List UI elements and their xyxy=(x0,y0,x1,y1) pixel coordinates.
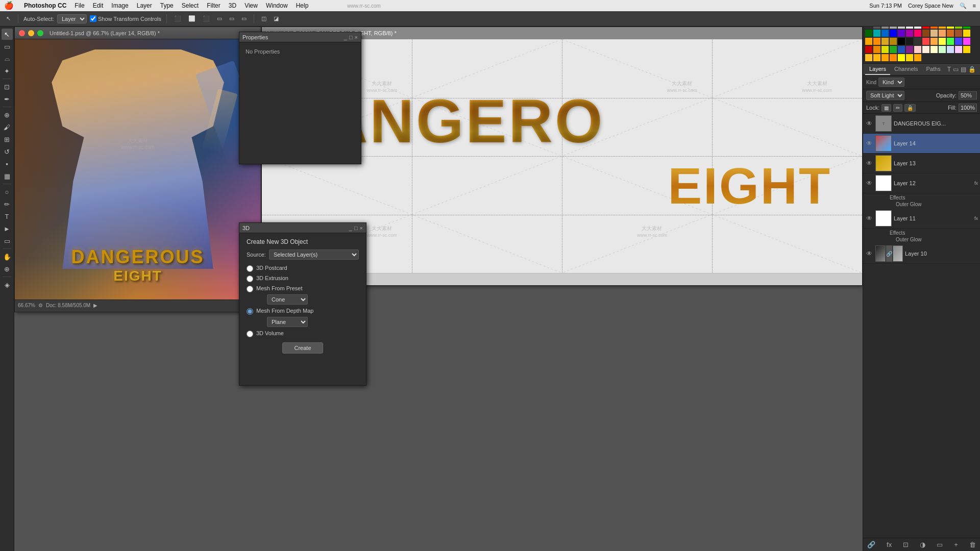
swatch-color[interactable] xyxy=(930,38,938,45)
swatch-color[interactable] xyxy=(963,46,970,53)
swatch-color[interactable] xyxy=(947,30,954,37)
layer-eye-text[interactable]: 👁 xyxy=(865,119,873,128)
menu-window[interactable]: Window xyxy=(266,2,288,9)
lock-position-btn[interactable]: ✏ xyxy=(893,104,902,112)
swatch-color[interactable] xyxy=(955,30,962,37)
lasso-tool[interactable]: ⌓ xyxy=(2,53,13,64)
props-expand-btn[interactable]: □ xyxy=(349,34,353,40)
search-icon[interactable]: 🔍 xyxy=(960,3,967,9)
mesh-preset-dropdown[interactable]: Cone xyxy=(267,294,308,305)
history-brush-tool[interactable]: ↺ xyxy=(2,146,13,157)
swatch-color[interactable] xyxy=(906,38,913,45)
outer-glow-11[interactable]: Outer Glow xyxy=(890,236,978,243)
props-minimize-btn[interactable]: _ xyxy=(344,34,347,40)
notifications-icon[interactable]: ≡ xyxy=(973,3,976,9)
swatch-color[interactable] xyxy=(898,46,905,53)
eyedropper-tool[interactable]: ✒ xyxy=(2,93,13,105)
text-tool[interactable]: T xyxy=(2,211,13,222)
kind-dropdown[interactable]: Kind xyxy=(878,78,904,87)
distribute2-btn[interactable]: ◪ xyxy=(272,14,281,23)
layer-item-11[interactable]: 👁 Layer 11 fx xyxy=(863,209,980,229)
radio-extrusion[interactable]: 3D Extrusion xyxy=(247,275,359,282)
brush-tool[interactable]: 🖌 xyxy=(2,121,13,133)
align-top-btn[interactable]: ▭ xyxy=(215,14,224,23)
radio-mesh-depth[interactable]: Mesh From Depth Map xyxy=(247,308,359,315)
swatch-color[interactable] xyxy=(873,54,880,61)
blend-mode-dropdown[interactable]: Soft Light xyxy=(866,91,904,100)
selection-tool[interactable]: ▭ xyxy=(2,41,13,52)
show-transform-checkbox[interactable]: Show Transform Controls xyxy=(90,15,161,22)
layer-item-text[interactable]: 👁 T DANGEROUS EIG... xyxy=(863,114,980,134)
tab-layers[interactable]: Layers xyxy=(865,64,890,75)
swatch-color[interactable] xyxy=(873,30,880,37)
move-tool-btn[interactable]: ↖ xyxy=(4,14,13,23)
apple-menu-icon[interactable]: 🍎 xyxy=(4,1,14,10)
outer-glow-12[interactable]: Outer Glow xyxy=(890,201,978,208)
adjustment-layer-btn[interactable]: ◑ xyxy=(919,540,926,549)
layer-item-14[interactable]: 👁 Layer 14 xyxy=(863,134,980,154)
lock-all-btn[interactable]: 🔒 xyxy=(904,104,916,112)
align-left-btn[interactable]: ⬛ xyxy=(172,14,183,23)
delete-layer-btn[interactable]: 🗑 xyxy=(968,540,977,549)
align-middle-btn[interactable]: ▭ xyxy=(227,14,236,23)
swatch-color[interactable] xyxy=(963,30,970,37)
align-right-btn[interactable]: ⬛ xyxy=(201,14,212,23)
shape-tool[interactable]: ▭ xyxy=(2,235,13,246)
layers-icon-filter[interactable]: ▤ xyxy=(961,66,966,73)
menu-filter[interactable]: Filter xyxy=(207,2,220,9)
new-layer-btn[interactable]: + xyxy=(953,540,959,549)
swatch-color[interactable] xyxy=(922,38,929,45)
zoom-tool[interactable]: ⊕ xyxy=(2,263,13,274)
swatch-color[interactable] xyxy=(873,46,880,53)
layer-item-12[interactable]: 👁 Layer 12 fx xyxy=(863,173,980,193)
layer-eye-11[interactable]: 👁 xyxy=(865,214,873,222)
swatch-color[interactable] xyxy=(947,46,954,53)
swatch-color[interactable] xyxy=(898,38,905,45)
layer-eye-12[interactable]: 👁 xyxy=(865,179,873,187)
swatch-color[interactable] xyxy=(922,46,929,53)
swatch-color[interactable] xyxy=(865,54,872,61)
move-tool[interactable]: ↖ xyxy=(2,29,13,40)
pen-tool[interactable]: ✏ xyxy=(2,198,13,210)
layer-item-10[interactable]: 👁 🔗 Layer 10 xyxy=(863,244,980,264)
menu-file[interactable]: File xyxy=(75,2,84,9)
radio-mesh-preset[interactable]: Mesh From Preset xyxy=(247,285,359,292)
swatch-color[interactable] xyxy=(890,46,897,53)
swatch-color[interactable] xyxy=(947,38,954,45)
wand-tool[interactable]: ✦ xyxy=(2,65,13,77)
close-button-doc1[interactable] xyxy=(19,30,25,36)
swatch-color[interactable] xyxy=(963,38,970,45)
link-layers-btn[interactable]: 🔗 xyxy=(866,540,876,549)
clone-tool[interactable]: ⊞ xyxy=(2,134,13,145)
dodge-tool[interactable]: ○ xyxy=(2,186,13,197)
layers-icon-type[interactable]: T xyxy=(947,66,951,73)
layer-eye-14[interactable]: 👁 xyxy=(865,139,873,147)
new-group-btn[interactable]: ▭ xyxy=(936,540,944,549)
swatch-color[interactable] xyxy=(881,46,889,53)
swatch-color[interactable] xyxy=(955,38,962,45)
threed-expand-btn[interactable]: □ xyxy=(354,225,358,231)
doc1-arrow[interactable]: ▶ xyxy=(93,303,97,308)
swatch-color[interactable] xyxy=(955,46,962,53)
mesh-depth-dropdown[interactable]: Plane xyxy=(267,317,308,327)
layer-item-13[interactable]: 👁 Layer 13 xyxy=(863,154,980,173)
tab-channels[interactable]: Channels xyxy=(890,64,922,75)
swatch-color[interactable] xyxy=(881,30,889,37)
lock-pixels-btn[interactable]: ▦ xyxy=(881,104,891,112)
source-dropdown[interactable]: Selected Layer(s) xyxy=(269,249,359,260)
swatch-color[interactable] xyxy=(865,38,872,45)
heal-tool[interactable]: ⊕ xyxy=(2,109,13,120)
threed-close-btn[interactable]: × xyxy=(360,225,363,231)
menu-help[interactable]: Help xyxy=(296,2,309,9)
doc1-canvas[interactable]: DANGEROUS EIGHT 大大素材www.rr-sc.com xyxy=(15,39,261,299)
menu-layer[interactable]: Layer xyxy=(137,2,152,9)
swatch-color[interactable] xyxy=(906,54,913,61)
layer-style-btn[interactable]: fx xyxy=(886,540,893,549)
swatch-color[interactable] xyxy=(939,38,946,45)
swatch-color[interactable] xyxy=(865,30,872,37)
swatch-color[interactable] xyxy=(873,38,880,45)
threed-minimize-btn[interactable]: _ xyxy=(349,225,352,231)
fill-input[interactable] xyxy=(959,104,977,112)
align-center-btn[interactable]: ⬜ xyxy=(186,14,198,23)
swatch-color[interactable] xyxy=(865,46,872,53)
